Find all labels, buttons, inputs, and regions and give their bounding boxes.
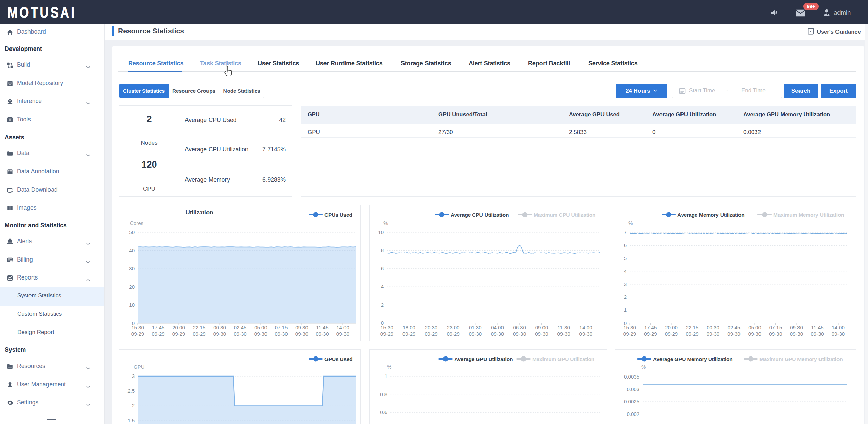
svg-text:09-29: 09-29 bbox=[686, 331, 698, 337]
svg-text:09-30: 09-30 bbox=[295, 331, 308, 337]
svg-text:14:00: 14:00 bbox=[336, 325, 349, 330]
svg-text:17:45: 17:45 bbox=[152, 325, 165, 330]
svg-text:2.5: 2.5 bbox=[127, 388, 135, 394]
svg-text:09-29: 09-29 bbox=[425, 331, 437, 337]
svg-text:Average GPU Memory Utilization: Average GPU Memory Utilization bbox=[653, 356, 733, 362]
svg-text:0.003: 0.003 bbox=[627, 386, 639, 392]
svg-text:02:45: 02:45 bbox=[728, 325, 741, 330]
svg-text:07:15: 07:15 bbox=[275, 325, 288, 330]
svg-text:17:45: 17:45 bbox=[644, 325, 657, 330]
svg-text:2: 2 bbox=[132, 403, 135, 408]
svg-text:2: 2 bbox=[381, 302, 384, 308]
svg-text:Average Memory Utilization: Average Memory Utilization bbox=[677, 212, 745, 218]
svg-text:09:00: 09:00 bbox=[535, 325, 548, 330]
svg-text:00:30: 00:30 bbox=[707, 325, 719, 330]
svg-text:%: % bbox=[383, 220, 388, 226]
svg-text:09-30: 09-30 bbox=[727, 331, 740, 337]
svg-text:09-30: 09-30 bbox=[707, 331, 719, 337]
svg-text:09-29: 09-29 bbox=[131, 331, 144, 337]
svg-text:02:45: 02:45 bbox=[234, 325, 247, 330]
svg-text:09-30: 09-30 bbox=[769, 331, 782, 337]
svg-text:09-30: 09-30 bbox=[513, 331, 526, 337]
svg-text:10: 10 bbox=[378, 229, 384, 235]
svg-text:Average CPU Utilization: Average CPU Utilization bbox=[451, 212, 509, 218]
svg-text:09-30: 09-30 bbox=[790, 331, 803, 337]
svg-text:09-29: 09-29 bbox=[193, 331, 205, 337]
svg-text:09-30: 09-30 bbox=[254, 331, 267, 337]
svg-text:Cores: Cores bbox=[130, 220, 143, 226]
svg-text:CPUs Used: CPUs Used bbox=[324, 212, 352, 218]
svg-text:0.0035: 0.0035 bbox=[624, 374, 639, 380]
svg-text:11:45: 11:45 bbox=[811, 325, 823, 330]
svg-text:15:30: 15:30 bbox=[131, 325, 144, 330]
svg-text:20:30: 20:30 bbox=[425, 325, 438, 330]
svg-text:7: 7 bbox=[624, 229, 627, 235]
svg-text:05:00: 05:00 bbox=[748, 325, 761, 330]
svg-text:18:00: 18:00 bbox=[402, 325, 415, 330]
svg-text:0.0025: 0.0025 bbox=[624, 399, 639, 404]
svg-text:14:00: 14:00 bbox=[832, 325, 845, 330]
svg-text:09-30: 09-30 bbox=[234, 331, 246, 337]
svg-text:09-30: 09-30 bbox=[469, 331, 482, 337]
svg-text:Utilization: Utilization bbox=[185, 209, 213, 216]
svg-text:15:30: 15:30 bbox=[623, 325, 636, 330]
svg-text:0.8: 0.8 bbox=[380, 391, 387, 397]
svg-text:3: 3 bbox=[132, 373, 135, 379]
svg-text:50: 50 bbox=[129, 229, 135, 235]
svg-text:1.5: 1.5 bbox=[127, 418, 135, 423]
svg-text:09-30: 09-30 bbox=[213, 331, 226, 337]
svg-text:20: 20 bbox=[129, 284, 135, 290]
svg-text:04:00: 04:00 bbox=[491, 325, 504, 330]
svg-text:%: % bbox=[387, 364, 391, 370]
svg-text:40: 40 bbox=[129, 248, 135, 253]
svg-text:30: 30 bbox=[129, 266, 135, 271]
svg-text:23:00: 23:00 bbox=[447, 325, 460, 330]
svg-text:09:30: 09:30 bbox=[295, 325, 308, 330]
svg-text:11:45: 11:45 bbox=[316, 325, 328, 330]
svg-text:14:00: 14:00 bbox=[579, 325, 592, 330]
svg-text:09-30: 09-30 bbox=[535, 331, 548, 337]
svg-text:09-30: 09-30 bbox=[557, 331, 570, 337]
svg-text:GPU: GPU bbox=[134, 364, 145, 370]
svg-text:22:15: 22:15 bbox=[686, 325, 699, 330]
svg-text:1: 1 bbox=[624, 307, 627, 313]
svg-text:Maximum GPU Memory Utilization: Maximum GPU Memory Utilization bbox=[760, 356, 843, 362]
svg-text:Average GPU Utilization: Average GPU Utilization bbox=[454, 356, 513, 362]
svg-text:3: 3 bbox=[624, 281, 627, 287]
svg-text:Maximum GPU Utilization: Maximum GPU Utilization bbox=[532, 356, 594, 362]
svg-text:0.6: 0.6 bbox=[380, 409, 387, 415]
svg-text:0.002: 0.002 bbox=[627, 411, 639, 417]
svg-text:%: % bbox=[641, 364, 646, 370]
svg-text:4: 4 bbox=[624, 268, 627, 274]
svg-text:09-29: 09-29 bbox=[665, 331, 678, 337]
svg-text:Maximum Memory Utilization: Maximum Memory Utilization bbox=[773, 212, 844, 218]
svg-text:4: 4 bbox=[381, 284, 384, 289]
svg-text:20:00: 20:00 bbox=[665, 325, 678, 330]
svg-text:09-29: 09-29 bbox=[447, 331, 459, 337]
svg-text:6: 6 bbox=[624, 242, 627, 248]
svg-text:Maximum CPU Utilization: Maximum CPU Utilization bbox=[534, 212, 595, 218]
svg-text:09-29: 09-29 bbox=[644, 331, 657, 337]
svg-text:09-30: 09-30 bbox=[275, 331, 288, 337]
svg-text:%: % bbox=[628, 220, 633, 226]
svg-text:09-30: 09-30 bbox=[832, 331, 845, 337]
svg-text:07:15: 07:15 bbox=[769, 325, 782, 330]
svg-text:05:00: 05:00 bbox=[254, 325, 267, 330]
svg-text:15:30: 15:30 bbox=[380, 325, 393, 330]
svg-text:09-30: 09-30 bbox=[316, 331, 329, 337]
svg-text:2: 2 bbox=[624, 294, 627, 300]
svg-text:09-29: 09-29 bbox=[402, 331, 415, 337]
svg-text:06:30: 06:30 bbox=[513, 325, 526, 330]
svg-text:09-30: 09-30 bbox=[491, 331, 504, 337]
svg-text:09-29: 09-29 bbox=[623, 331, 636, 337]
svg-text:01:30: 01:30 bbox=[469, 325, 482, 330]
svg-text:09:30: 09:30 bbox=[790, 325, 803, 330]
svg-text:20:00: 20:00 bbox=[172, 325, 185, 330]
svg-text:6: 6 bbox=[381, 266, 384, 271]
svg-text:1: 1 bbox=[384, 373, 387, 379]
svg-text:09-30: 09-30 bbox=[579, 331, 592, 337]
svg-text:09-30: 09-30 bbox=[748, 331, 761, 337]
svg-text:5: 5 bbox=[624, 255, 627, 261]
svg-text:00:30: 00:30 bbox=[213, 325, 226, 330]
svg-text:8: 8 bbox=[381, 247, 384, 253]
